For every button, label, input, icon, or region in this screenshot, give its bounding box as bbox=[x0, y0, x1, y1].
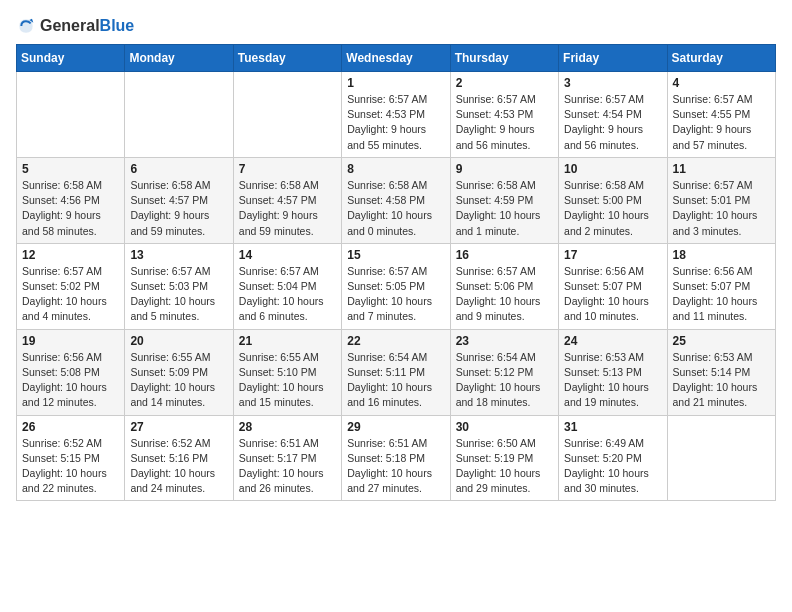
day-number: 9 bbox=[456, 162, 553, 176]
calendar-cell: 5Sunrise: 6:58 AM Sunset: 4:56 PM Daylig… bbox=[17, 157, 125, 243]
calendar-cell: 3Sunrise: 6:57 AM Sunset: 4:54 PM Daylig… bbox=[559, 72, 667, 158]
day-info: Sunrise: 6:57 AM Sunset: 5:02 PM Dayligh… bbox=[22, 264, 119, 325]
day-info: Sunrise: 6:52 AM Sunset: 5:15 PM Dayligh… bbox=[22, 436, 119, 497]
days-header-row: SundayMondayTuesdayWednesdayThursdayFrid… bbox=[17, 45, 776, 72]
day-number: 20 bbox=[130, 334, 227, 348]
calendar-cell bbox=[667, 415, 775, 501]
calendar-week-row: 26Sunrise: 6:52 AM Sunset: 5:15 PM Dayli… bbox=[17, 415, 776, 501]
calendar-cell: 6Sunrise: 6:58 AM Sunset: 4:57 PM Daylig… bbox=[125, 157, 233, 243]
logo-text: GeneralBlue bbox=[40, 17, 134, 35]
calendar-cell bbox=[125, 72, 233, 158]
day-number: 13 bbox=[130, 248, 227, 262]
day-number: 24 bbox=[564, 334, 661, 348]
day-info: Sunrise: 6:53 AM Sunset: 5:14 PM Dayligh… bbox=[673, 350, 770, 411]
calendar-cell: 29Sunrise: 6:51 AM Sunset: 5:18 PM Dayli… bbox=[342, 415, 450, 501]
day-info: Sunrise: 6:51 AM Sunset: 5:18 PM Dayligh… bbox=[347, 436, 444, 497]
day-number: 14 bbox=[239, 248, 336, 262]
logo: GeneralBlue bbox=[16, 16, 134, 36]
calendar-table: SundayMondayTuesdayWednesdayThursdayFrid… bbox=[16, 44, 776, 501]
day-info: Sunrise: 6:54 AM Sunset: 5:12 PM Dayligh… bbox=[456, 350, 553, 411]
day-info: Sunrise: 6:57 AM Sunset: 4:53 PM Dayligh… bbox=[347, 92, 444, 153]
day-info: Sunrise: 6:56 AM Sunset: 5:08 PM Dayligh… bbox=[22, 350, 119, 411]
day-of-week-header: Friday bbox=[559, 45, 667, 72]
calendar-cell: 15Sunrise: 6:57 AM Sunset: 5:05 PM Dayli… bbox=[342, 243, 450, 329]
day-of-week-header: Tuesday bbox=[233, 45, 341, 72]
day-number: 16 bbox=[456, 248, 553, 262]
day-number: 19 bbox=[22, 334, 119, 348]
day-info: Sunrise: 6:56 AM Sunset: 5:07 PM Dayligh… bbox=[564, 264, 661, 325]
calendar-cell: 19Sunrise: 6:56 AM Sunset: 5:08 PM Dayli… bbox=[17, 329, 125, 415]
day-number: 21 bbox=[239, 334, 336, 348]
day-number: 12 bbox=[22, 248, 119, 262]
calendar-cell bbox=[17, 72, 125, 158]
day-number: 2 bbox=[456, 76, 553, 90]
day-info: Sunrise: 6:57 AM Sunset: 4:54 PM Dayligh… bbox=[564, 92, 661, 153]
day-number: 26 bbox=[22, 420, 119, 434]
day-number: 15 bbox=[347, 248, 444, 262]
day-of-week-header: Monday bbox=[125, 45, 233, 72]
day-info: Sunrise: 6:56 AM Sunset: 5:07 PM Dayligh… bbox=[673, 264, 770, 325]
page-header: GeneralBlue bbox=[16, 16, 776, 36]
day-number: 7 bbox=[239, 162, 336, 176]
calendar-cell: 26Sunrise: 6:52 AM Sunset: 5:15 PM Dayli… bbox=[17, 415, 125, 501]
calendar-cell: 9Sunrise: 6:58 AM Sunset: 4:59 PM Daylig… bbox=[450, 157, 558, 243]
calendar-cell: 7Sunrise: 6:58 AM Sunset: 4:57 PM Daylig… bbox=[233, 157, 341, 243]
calendar-body: 1Sunrise: 6:57 AM Sunset: 4:53 PM Daylig… bbox=[17, 72, 776, 501]
calendar-cell: 11Sunrise: 6:57 AM Sunset: 5:01 PM Dayli… bbox=[667, 157, 775, 243]
day-of-week-header: Saturday bbox=[667, 45, 775, 72]
calendar-cell: 10Sunrise: 6:58 AM Sunset: 5:00 PM Dayli… bbox=[559, 157, 667, 243]
calendar-cell: 18Sunrise: 6:56 AM Sunset: 5:07 PM Dayli… bbox=[667, 243, 775, 329]
day-of-week-header: Wednesday bbox=[342, 45, 450, 72]
logo-icon bbox=[16, 16, 36, 36]
calendar-cell: 23Sunrise: 6:54 AM Sunset: 5:12 PM Dayli… bbox=[450, 329, 558, 415]
calendar-week-row: 1Sunrise: 6:57 AM Sunset: 4:53 PM Daylig… bbox=[17, 72, 776, 158]
calendar-cell: 1Sunrise: 6:57 AM Sunset: 4:53 PM Daylig… bbox=[342, 72, 450, 158]
day-info: Sunrise: 6:55 AM Sunset: 5:10 PM Dayligh… bbox=[239, 350, 336, 411]
day-info: Sunrise: 6:50 AM Sunset: 5:19 PM Dayligh… bbox=[456, 436, 553, 497]
calendar-cell: 31Sunrise: 6:49 AM Sunset: 5:20 PM Dayli… bbox=[559, 415, 667, 501]
day-number: 3 bbox=[564, 76, 661, 90]
day-number: 28 bbox=[239, 420, 336, 434]
calendar-cell bbox=[233, 72, 341, 158]
calendar-week-row: 12Sunrise: 6:57 AM Sunset: 5:02 PM Dayli… bbox=[17, 243, 776, 329]
calendar-cell: 4Sunrise: 6:57 AM Sunset: 4:55 PM Daylig… bbox=[667, 72, 775, 158]
calendar-cell: 22Sunrise: 6:54 AM Sunset: 5:11 PM Dayli… bbox=[342, 329, 450, 415]
day-info: Sunrise: 6:58 AM Sunset: 4:57 PM Dayligh… bbox=[130, 178, 227, 239]
day-info: Sunrise: 6:58 AM Sunset: 4:59 PM Dayligh… bbox=[456, 178, 553, 239]
day-info: Sunrise: 6:49 AM Sunset: 5:20 PM Dayligh… bbox=[564, 436, 661, 497]
calendar-cell: 13Sunrise: 6:57 AM Sunset: 5:03 PM Dayli… bbox=[125, 243, 233, 329]
day-info: Sunrise: 6:58 AM Sunset: 5:00 PM Dayligh… bbox=[564, 178, 661, 239]
day-number: 1 bbox=[347, 76, 444, 90]
calendar-week-row: 5Sunrise: 6:58 AM Sunset: 4:56 PM Daylig… bbox=[17, 157, 776, 243]
day-number: 11 bbox=[673, 162, 770, 176]
day-info: Sunrise: 6:57 AM Sunset: 5:04 PM Dayligh… bbox=[239, 264, 336, 325]
day-number: 29 bbox=[347, 420, 444, 434]
day-number: 10 bbox=[564, 162, 661, 176]
calendar-cell: 25Sunrise: 6:53 AM Sunset: 5:14 PM Dayli… bbox=[667, 329, 775, 415]
day-info: Sunrise: 6:57 AM Sunset: 5:05 PM Dayligh… bbox=[347, 264, 444, 325]
day-number: 30 bbox=[456, 420, 553, 434]
day-number: 18 bbox=[673, 248, 770, 262]
day-info: Sunrise: 6:52 AM Sunset: 5:16 PM Dayligh… bbox=[130, 436, 227, 497]
day-info: Sunrise: 6:58 AM Sunset: 4:56 PM Dayligh… bbox=[22, 178, 119, 239]
calendar-cell: 21Sunrise: 6:55 AM Sunset: 5:10 PM Dayli… bbox=[233, 329, 341, 415]
day-info: Sunrise: 6:58 AM Sunset: 4:57 PM Dayligh… bbox=[239, 178, 336, 239]
calendar-cell: 27Sunrise: 6:52 AM Sunset: 5:16 PM Dayli… bbox=[125, 415, 233, 501]
calendar-cell: 20Sunrise: 6:55 AM Sunset: 5:09 PM Dayli… bbox=[125, 329, 233, 415]
day-of-week-header: Sunday bbox=[17, 45, 125, 72]
day-info: Sunrise: 6:58 AM Sunset: 4:58 PM Dayligh… bbox=[347, 178, 444, 239]
day-number: 27 bbox=[130, 420, 227, 434]
calendar-cell: 8Sunrise: 6:58 AM Sunset: 4:58 PM Daylig… bbox=[342, 157, 450, 243]
day-info: Sunrise: 6:57 AM Sunset: 4:55 PM Dayligh… bbox=[673, 92, 770, 153]
calendar-cell: 17Sunrise: 6:56 AM Sunset: 5:07 PM Dayli… bbox=[559, 243, 667, 329]
day-number: 8 bbox=[347, 162, 444, 176]
day-number: 25 bbox=[673, 334, 770, 348]
calendar-cell: 12Sunrise: 6:57 AM Sunset: 5:02 PM Dayli… bbox=[17, 243, 125, 329]
calendar-cell: 14Sunrise: 6:57 AM Sunset: 5:04 PM Dayli… bbox=[233, 243, 341, 329]
day-number: 17 bbox=[564, 248, 661, 262]
day-number: 5 bbox=[22, 162, 119, 176]
day-info: Sunrise: 6:51 AM Sunset: 5:17 PM Dayligh… bbox=[239, 436, 336, 497]
day-number: 4 bbox=[673, 76, 770, 90]
day-of-week-header: Thursday bbox=[450, 45, 558, 72]
day-info: Sunrise: 6:57 AM Sunset: 5:06 PM Dayligh… bbox=[456, 264, 553, 325]
